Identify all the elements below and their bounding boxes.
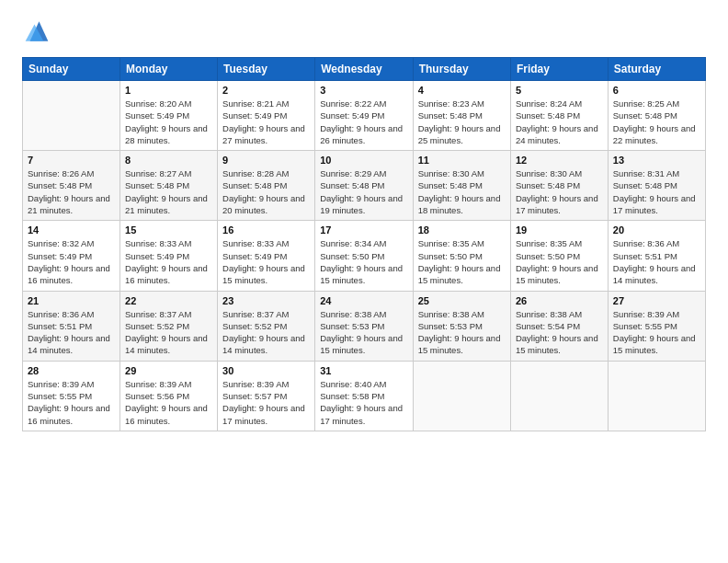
calendar-cell: 30Sunrise: 8:39 AM Sunset: 5:57 PM Dayli… <box>218 361 315 431</box>
calendar-cell: 10Sunrise: 8:29 AM Sunset: 5:48 PM Dayli… <box>315 151 413 221</box>
calendar-cell: 22Sunrise: 8:37 AM Sunset: 5:52 PM Dayli… <box>120 291 218 361</box>
weekday-header: Sunday <box>23 58 120 81</box>
day-number: 20 <box>613 224 700 236</box>
day-info: Sunrise: 8:30 AM Sunset: 5:48 PM Dayligh… <box>418 167 506 216</box>
logo <box>22 18 53 44</box>
day-number: 14 <box>28 224 115 236</box>
calendar-cell: 1Sunrise: 8:20 AM Sunset: 5:49 PM Daylig… <box>120 81 218 151</box>
day-number: 12 <box>516 155 603 166</box>
weekday-header: Wednesday <box>315 58 413 81</box>
day-info: Sunrise: 8:34 AM Sunset: 5:50 PM Dayligh… <box>320 237 407 286</box>
logo-icon <box>22 18 51 44</box>
calendar-cell: 25Sunrise: 8:38 AM Sunset: 5:53 PM Dayli… <box>413 291 510 361</box>
day-number: 18 <box>418 224 506 236</box>
day-number: 24 <box>320 295 407 306</box>
day-info: Sunrise: 8:40 AM Sunset: 5:58 PM Dayligh… <box>320 378 407 427</box>
day-info: Sunrise: 8:35 AM Sunset: 5:50 PM Dayligh… <box>516 237 603 286</box>
day-number: 3 <box>320 85 407 96</box>
day-info: Sunrise: 8:25 AM Sunset: 5:48 PM Dayligh… <box>613 98 700 146</box>
day-number: 11 <box>418 155 506 166</box>
calendar-cell: 4Sunrise: 8:23 AM Sunset: 5:48 PM Daylig… <box>413 81 510 151</box>
calendar-cell: 7Sunrise: 8:26 AM Sunset: 5:48 PM Daylig… <box>23 151 120 221</box>
day-info: Sunrise: 8:39 AM Sunset: 5:55 PM Dayligh… <box>613 308 700 357</box>
day-number: 27 <box>613 295 700 306</box>
calendar-cell: 8Sunrise: 8:27 AM Sunset: 5:48 PM Daylig… <box>120 151 218 221</box>
day-number: 1 <box>125 85 212 96</box>
day-number: 9 <box>222 155 310 166</box>
weekday-header: Thursday <box>413 58 510 81</box>
calendar-cell: 27Sunrise: 8:39 AM Sunset: 5:55 PM Dayli… <box>608 291 705 361</box>
day-info: Sunrise: 8:37 AM Sunset: 5:52 PM Dayligh… <box>125 308 212 357</box>
day-number: 2 <box>222 85 310 96</box>
day-number: 29 <box>125 365 212 376</box>
day-number: 30 <box>222 365 310 376</box>
calendar-cell: 21Sunrise: 8:36 AM Sunset: 5:51 PM Dayli… <box>23 291 120 361</box>
day-number: 28 <box>28 365 115 376</box>
day-info: Sunrise: 8:23 AM Sunset: 5:48 PM Dayligh… <box>418 98 506 146</box>
calendar-cell: 5Sunrise: 8:24 AM Sunset: 5:48 PM Daylig… <box>510 81 608 151</box>
calendar-cell: 9Sunrise: 8:28 AM Sunset: 5:48 PM Daylig… <box>218 151 315 221</box>
calendar-cell: 29Sunrise: 8:39 AM Sunset: 5:56 PM Dayli… <box>120 361 218 431</box>
day-number: 22 <box>125 295 212 306</box>
day-number: 4 <box>418 85 506 96</box>
calendar-cell: 28Sunrise: 8:39 AM Sunset: 5:55 PM Dayli… <box>23 361 120 431</box>
weekday-header: Monday <box>120 58 218 81</box>
calendar-cell: 23Sunrise: 8:37 AM Sunset: 5:52 PM Dayli… <box>218 291 315 361</box>
page: SundayMondayTuesdayWednesdayThursdayFrid… <box>0 0 728 563</box>
calendar-cell <box>413 361 510 431</box>
day-info: Sunrise: 8:36 AM Sunset: 5:51 PM Dayligh… <box>613 237 700 286</box>
day-info: Sunrise: 8:30 AM Sunset: 5:48 PM Dayligh… <box>516 167 603 216</box>
calendar-cell: 16Sunrise: 8:33 AM Sunset: 5:49 PM Dayli… <box>218 221 315 291</box>
day-number: 19 <box>516 224 603 236</box>
day-number: 13 <box>613 155 700 166</box>
calendar: SundayMondayTuesdayWednesdayThursdayFrid… <box>22 57 706 431</box>
day-info: Sunrise: 8:38 AM Sunset: 5:54 PM Dayligh… <box>516 308 603 357</box>
calendar-cell: 31Sunrise: 8:40 AM Sunset: 5:58 PM Dayli… <box>315 361 413 431</box>
day-number: 25 <box>418 295 506 306</box>
calendar-cell: 26Sunrise: 8:38 AM Sunset: 5:54 PM Dayli… <box>510 291 608 361</box>
day-number: 21 <box>28 295 115 306</box>
day-number: 8 <box>125 155 212 166</box>
day-info: Sunrise: 8:33 AM Sunset: 5:49 PM Dayligh… <box>125 237 212 286</box>
day-info: Sunrise: 8:35 AM Sunset: 5:50 PM Dayligh… <box>418 237 506 286</box>
calendar-cell: 24Sunrise: 8:38 AM Sunset: 5:53 PM Dayli… <box>315 291 413 361</box>
day-info: Sunrise: 8:22 AM Sunset: 5:49 PM Dayligh… <box>320 98 407 146</box>
day-info: Sunrise: 8:39 AM Sunset: 5:55 PM Dayligh… <box>28 378 115 427</box>
day-number: 6 <box>613 85 700 96</box>
header <box>22 18 706 44</box>
day-info: Sunrise: 8:21 AM Sunset: 5:49 PM Dayligh… <box>222 98 310 146</box>
calendar-cell: 3Sunrise: 8:22 AM Sunset: 5:49 PM Daylig… <box>315 81 413 151</box>
day-number: 15 <box>125 224 212 236</box>
day-info: Sunrise: 8:38 AM Sunset: 5:53 PM Dayligh… <box>418 308 506 357</box>
calendar-cell <box>23 81 120 151</box>
day-info: Sunrise: 8:27 AM Sunset: 5:48 PM Dayligh… <box>125 167 212 216</box>
day-info: Sunrise: 8:28 AM Sunset: 5:48 PM Dayligh… <box>222 167 310 216</box>
day-info: Sunrise: 8:31 AM Sunset: 5:48 PM Dayligh… <box>613 167 700 216</box>
calendar-cell: 14Sunrise: 8:32 AM Sunset: 5:49 PM Dayli… <box>23 221 120 291</box>
weekday-header: Friday <box>510 58 608 81</box>
calendar-cell: 19Sunrise: 8:35 AM Sunset: 5:50 PM Dayli… <box>510 221 608 291</box>
day-info: Sunrise: 8:29 AM Sunset: 5:48 PM Dayligh… <box>320 167 407 216</box>
calendar-cell <box>608 361 705 431</box>
day-number: 26 <box>516 295 603 306</box>
day-number: 5 <box>516 85 603 96</box>
day-info: Sunrise: 8:39 AM Sunset: 5:57 PM Dayligh… <box>222 378 310 427</box>
calendar-cell: 11Sunrise: 8:30 AM Sunset: 5:48 PM Dayli… <box>413 151 510 221</box>
day-number: 16 <box>222 224 310 236</box>
calendar-cell: 15Sunrise: 8:33 AM Sunset: 5:49 PM Dayli… <box>120 221 218 291</box>
weekday-header: Tuesday <box>218 58 315 81</box>
day-number: 23 <box>222 295 310 306</box>
day-number: 17 <box>320 224 407 236</box>
calendar-cell <box>510 361 608 431</box>
calendar-cell: 20Sunrise: 8:36 AM Sunset: 5:51 PM Dayli… <box>608 221 705 291</box>
day-info: Sunrise: 8:37 AM Sunset: 5:52 PM Dayligh… <box>222 308 310 357</box>
day-info: Sunrise: 8:33 AM Sunset: 5:49 PM Dayligh… <box>222 237 310 286</box>
day-number: 7 <box>28 155 115 166</box>
day-info: Sunrise: 8:32 AM Sunset: 5:49 PM Dayligh… <box>28 237 115 286</box>
day-info: Sunrise: 8:26 AM Sunset: 5:48 PM Dayligh… <box>28 167 115 216</box>
calendar-cell: 18Sunrise: 8:35 AM Sunset: 5:50 PM Dayli… <box>413 221 510 291</box>
calendar-cell: 6Sunrise: 8:25 AM Sunset: 5:48 PM Daylig… <box>608 81 705 151</box>
day-info: Sunrise: 8:39 AM Sunset: 5:56 PM Dayligh… <box>125 378 212 427</box>
day-info: Sunrise: 8:36 AM Sunset: 5:51 PM Dayligh… <box>28 308 115 357</box>
day-number: 10 <box>320 155 407 166</box>
